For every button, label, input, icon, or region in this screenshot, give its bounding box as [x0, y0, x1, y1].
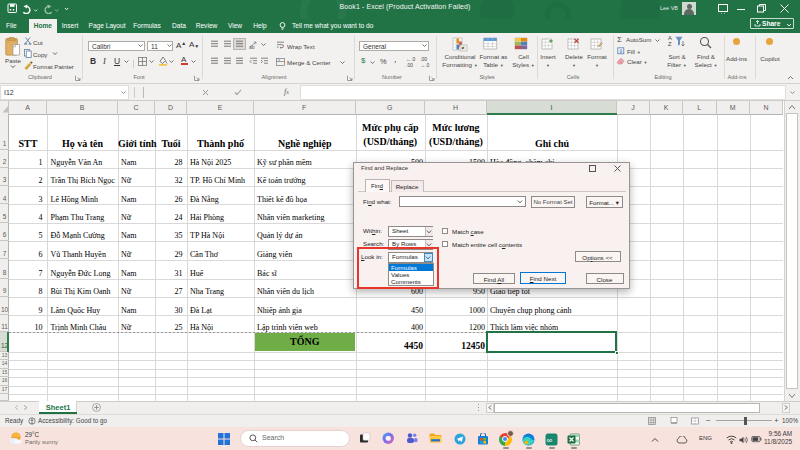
- svg-text:ab: ab: [249, 44, 255, 50]
- svg-text:∞: ∞: [547, 435, 553, 444]
- svg-text:≠: ≠: [461, 45, 464, 51]
